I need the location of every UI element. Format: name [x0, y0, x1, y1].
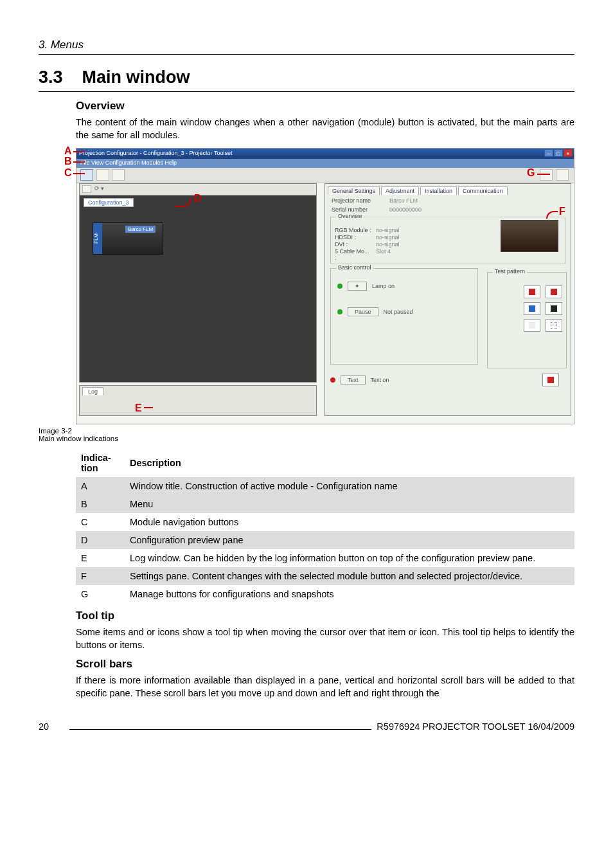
page-footer: 20 R5976924 PROJECTOR TOOLSET 16/04/2009	[39, 721, 574, 732]
scrollbars-paragraph: If there is more information available t…	[76, 674, 574, 700]
serial-number-value: 0000000000	[389, 206, 422, 213]
callout-d: D	[194, 193, 202, 204]
tab-general-settings[interactable]: General Settings	[328, 186, 380, 195]
preview-thumbnail	[501, 220, 558, 252]
ov-val: no-signal	[376, 227, 400, 233]
callout-line	[73, 173, 85, 174]
callout-g: G	[527, 167, 535, 179]
callout-c: C	[64, 167, 72, 179]
cell-key: C	[76, 513, 125, 531]
module-nav-button[interactable]	[112, 169, 125, 181]
module-nav-button[interactable]	[96, 169, 109, 181]
ov-key: 5 Cable Mo... :	[335, 248, 372, 261]
overview-paragraph: The content of the main window changes w…	[76, 116, 574, 141]
lamp-status: Lamp on	[372, 283, 395, 289]
window-titlebar: Projection Configurator - Configuration_…	[76, 149, 574, 159]
test-pattern-button[interactable]	[546, 285, 562, 298]
test-pattern-button[interactable]	[546, 319, 562, 332]
log-pane: Log	[79, 385, 317, 416]
callout-b: B	[64, 156, 72, 167]
cell-desc: Window title. Construction of active mod…	[125, 477, 574, 495]
manage-config-button[interactable]	[540, 169, 553, 181]
ov-key: DVI :	[335, 241, 372, 248]
cell-desc: Module navigation buttons	[125, 513, 574, 531]
pause-button[interactable]: Pause	[348, 307, 378, 316]
menu-bar[interactable]: File View Configuration Modules Help	[76, 159, 574, 168]
test-pattern-button[interactable]	[546, 302, 562, 315]
text-button[interactable]: Text	[341, 375, 366, 384]
indication-table: Indica- tion Description AWindow title. …	[76, 449, 574, 603]
serial-number-label: Serial number	[332, 206, 383, 213]
projector-type-label: FLM	[93, 223, 102, 254]
test-pattern-button[interactable]	[542, 374, 559, 386]
running-head: 3. Menus	[39, 39, 574, 51]
cell-key: D	[76, 531, 125, 549]
cell-desc: Settings pane. Content changes with the …	[125, 567, 574, 585]
cell-desc: Manage buttons for configurations and sn…	[125, 585, 574, 603]
footer-rule	[69, 729, 371, 730]
cell-key: G	[76, 585, 125, 603]
section-number: 3.3	[39, 68, 63, 87]
ov-key: HDSDI :	[335, 234, 372, 240]
ov-val: Slot 4	[376, 248, 391, 261]
rule	[39, 91, 574, 92]
minimize-icon[interactable]: –	[544, 149, 553, 157]
page-number: 20	[39, 721, 64, 732]
th-description: Description	[125, 449, 574, 477]
log-tab[interactable]: Log	[82, 387, 103, 395]
lamp-button[interactable]: ✦	[348, 282, 367, 291]
rule	[39, 54, 574, 55]
cell-key: F	[76, 567, 125, 585]
tab-adjustment[interactable]: Adjustment	[381, 186, 419, 195]
config-tab[interactable]: Configuration_3	[84, 198, 134, 207]
section-heading: 3.3 Main window	[39, 68, 574, 87]
text-led-icon	[330, 377, 335, 383]
th-indication: Indica- tion	[76, 449, 125, 477]
cell-desc: Configuration preview pane	[125, 531, 574, 549]
overview-group-title: Overview	[336, 213, 364, 219]
pause-status: Not paused	[384, 309, 413, 315]
cell-key: B	[76, 495, 125, 513]
overview-heading: Overview	[76, 100, 574, 113]
footer-doc-id: R5976924 PROJECTOR TOOLSET 16/04/2009	[377, 721, 574, 732]
manage-snapshot-button[interactable]	[556, 169, 569, 181]
tab-communication[interactable]: Communication	[458, 186, 508, 195]
image-caption-id: Image 3-2	[39, 427, 574, 435]
projector-name-value: Barco FLM	[389, 197, 418, 204]
test-pattern-title: Test pattern	[493, 268, 527, 275]
test-pattern-button[interactable]	[524, 319, 540, 332]
settings-pane: General Settings Adjustment Installation…	[324, 183, 571, 416]
scrollbars-heading: Scroll bars	[76, 658, 574, 671]
ov-key: RGB Module :	[335, 227, 372, 233]
callout-f: F	[559, 206, 565, 217]
tooltip-heading: Tool tip	[76, 610, 574, 622]
window-title: Projection Configurator - Configuration_…	[79, 150, 232, 156]
callout-e: E	[135, 402, 142, 414]
projector-name-chip: Barco FLM	[125, 226, 155, 233]
projector-card[interactable]: FLM Barco FLM	[93, 222, 163, 255]
tab-installation[interactable]: Installation	[420, 186, 457, 195]
module-nav-button[interactable]	[80, 169, 93, 181]
test-pattern-button[interactable]	[524, 302, 540, 315]
pause-led-icon	[337, 309, 342, 314]
maximize-icon[interactable]: □	[554, 149, 563, 157]
cell-key: E	[76, 549, 125, 567]
config-preview-pane: ⟳ ▾ Configuration_3 FLM Barco FLM	[79, 183, 317, 383]
projector-name-label: Projector name	[332, 197, 383, 204]
cell-desc: Menu	[125, 495, 574, 513]
callout-line	[73, 161, 85, 163]
toolbar	[76, 168, 574, 183]
cell-key: A	[76, 477, 125, 495]
cell-desc: Log window. Can be hidden by the log inf…	[125, 549, 574, 567]
test-pattern-button[interactable]	[524, 285, 540, 298]
preview-tool-button[interactable]	[82, 185, 91, 193]
basic-control-title: Basic control	[336, 264, 373, 271]
section-title: Main window	[82, 68, 190, 87]
close-icon[interactable]: ×	[564, 149, 573, 157]
screenshot: Projection Configurator - Configuration_…	[76, 148, 574, 424]
image-caption-text: Main window indications	[39, 435, 574, 442]
text-status: Text on	[371, 377, 389, 383]
tooltip-paragraph: Some items and or icons show a tool tip …	[76, 626, 574, 651]
ov-val: no-signal	[376, 241, 400, 248]
callout-line	[144, 407, 153, 408]
